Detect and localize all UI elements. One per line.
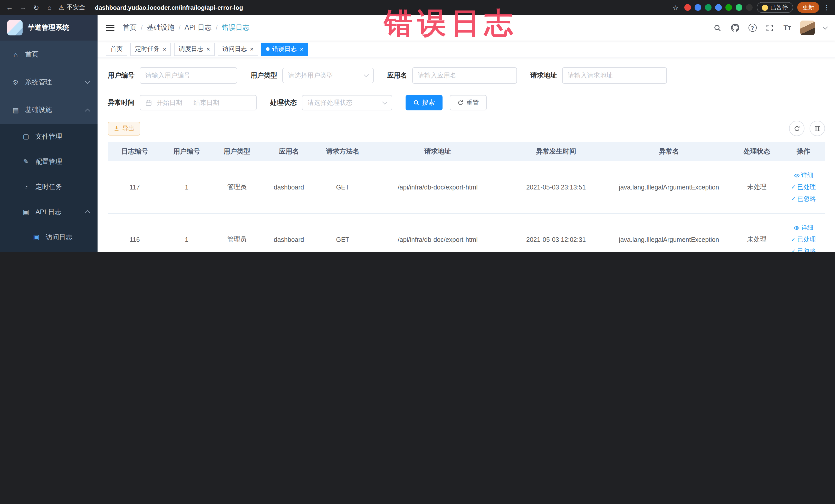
help-icon[interactable]: ? — [748, 23, 757, 32]
tab-job-log[interactable]: 调度日志 × — [174, 42, 215, 56]
sidebar-item-file-mgmt[interactable]: ▢ 文件管理 — [0, 124, 98, 149]
extension-icon[interactable] — [725, 4, 732, 11]
update-label: 更新 — [802, 4, 814, 11]
reset-button[interactable]: 重置 — [450, 95, 487, 110]
column-header: 异常名 — [606, 147, 732, 156]
breadcrumb-separator: / — [216, 24, 218, 32]
ignored-link[interactable]: ✓ 已忽略 — [791, 247, 816, 252]
back-icon[interactable]: ← — [5, 4, 14, 11]
user-id-input[interactable] — [140, 67, 237, 84]
font-size-icon[interactable]: TT — [783, 23, 792, 32]
main-area: 首页/基础设施/API 日志/错误日志 ? TT — [98, 15, 835, 252]
close-icon[interactable]: × — [206, 46, 210, 52]
check-icon: ✓ — [791, 248, 796, 252]
column-header: 用户编号 — [162, 147, 212, 156]
detail-link[interactable]: 详细 — [793, 171, 813, 180]
sidebar-item-home[interactable]: ⌂ 首页 — [0, 41, 98, 68]
extension-icon[interactable] — [715, 4, 721, 11]
sidebar-item-api-logs[interactable]: ▣ API 日志 — [0, 199, 98, 224]
extension-icon[interactable] — [694, 4, 701, 11]
search-button[interactable]: 搜索 — [406, 95, 443, 110]
tab-scheduled-jobs[interactable]: 定时任务 × — [130, 42, 171, 56]
table-body: 117 1 管理员 dashboard GET /api/infra/db-do… — [108, 161, 825, 252]
security-warning[interactable]: ⚠ 不安全 — [59, 3, 85, 12]
tab-label: 定时任务 — [135, 45, 160, 54]
cell-exception-time: 2021-05-03 12:02:31 — [506, 236, 606, 243]
chrome-menu-icon[interactable]: ⋮ — [823, 4, 830, 11]
cell-status: 未处理 — [732, 235, 782, 244]
update-chip[interactable]: 更新 — [797, 2, 819, 13]
url-text[interactable]: dashboard.yudao.iocoder.cn/infra/log/api… — [95, 4, 243, 11]
timer-icon: ◔ — [22, 183, 30, 190]
refresh-icon — [457, 100, 464, 106]
sidebar-item-scheduled-jobs[interactable]: ◔ 定时任务 — [0, 174, 98, 199]
paused-extension-pill[interactable]: 已暂停 — [756, 2, 793, 13]
app-name-field: 应用名 — [387, 67, 517, 84]
chevron-down-icon — [382, 99, 387, 104]
sidebar-item-infrastructure[interactable]: ▤ 基础设施 — [0, 96, 98, 124]
app-title: 芋道管理系统 — [28, 23, 69, 32]
chrome-right-cluster: ☆ 已暂停 更新 ⋮ — [671, 2, 830, 13]
breadcrumb-item[interactable]: 首页 — [123, 23, 137, 32]
config-icon: ✎ — [22, 158, 30, 165]
hamburger-icon[interactable] — [106, 24, 115, 31]
sidebar-item-config-mgmt[interactable]: ✎ 配置管理 — [0, 149, 98, 174]
tab-home[interactable]: 首页 — [106, 42, 127, 56]
search-icon[interactable] — [713, 23, 722, 32]
extension-icon[interactable] — [735, 4, 742, 11]
gear-icon: ⚙ — [11, 78, 20, 86]
eye-icon — [793, 225, 799, 231]
sidebar-item-label: 访问日志 — [46, 233, 73, 242]
content: 用户编号 用户类型 请选择用户类型 应用名 — [98, 58, 835, 252]
sidebar-item-label: 文件管理 — [36, 132, 62, 141]
avatar[interactable] — [800, 21, 815, 35]
home-icon[interactable]: ⌂ — [45, 4, 54, 11]
sidebar-item-system-mgmt[interactable]: ⚙ 系统管理 — [0, 68, 98, 96]
breadcrumb-item[interactable]: 基础设施 — [147, 23, 175, 32]
refresh-icon — [793, 125, 800, 132]
annotation-error-log: 错误日志 — [384, 4, 517, 43]
close-icon[interactable]: × — [300, 46, 303, 52]
cell-exception-name: java.lang.IllegalArgumentException — [606, 236, 732, 243]
request-url-input[interactable] — [562, 67, 667, 84]
start-date-placeholder: 开始日期 — [157, 98, 182, 107]
sidebar-logo[interactable]: 芋道管理系统 — [0, 15, 98, 41]
bookmark-star-icon[interactable]: ☆ — [671, 3, 680, 12]
extension-icon[interactable] — [705, 4, 711, 11]
extension-icon[interactable] — [746, 4, 752, 11]
extension-icon[interactable] — [684, 4, 691, 11]
api-log-icon: ▣ — [22, 208, 30, 216]
cell-actions: 详细 ✓ 已处理 ✓ 已忽略 — [782, 223, 825, 252]
detail-link[interactable]: 详细 — [793, 223, 813, 232]
refresh-button[interactable] — [789, 121, 805, 136]
breadcrumb-item[interactable]: API 日志 — [185, 23, 211, 32]
app-name-input[interactable] — [412, 67, 517, 84]
tab-access-log[interactable]: 访问日志 × — [218, 42, 258, 56]
sidebar-item-access-log[interactable]: ▣ 访问日志 — [0, 224, 98, 249]
date-range-picker[interactable]: 开始日期 - 结束日期 — [140, 95, 257, 110]
column-header: 应用名 — [262, 147, 316, 156]
tab-error-log[interactable]: 错误日志 × — [261, 42, 308, 56]
forward-icon[interactable]: → — [19, 4, 27, 11]
columns-icon — [814, 125, 821, 132]
sidebar-item-error-log[interactable]: ▣ 错误日志 — [0, 249, 98, 252]
columns-button[interactable] — [810, 121, 825, 136]
download-icon — [114, 125, 120, 132]
close-icon[interactable]: × — [163, 46, 166, 52]
sidebar-item-label: 基础设施 — [25, 105, 52, 115]
column-header: 请求方法名 — [316, 147, 370, 156]
fullscreen-icon[interactable] — [766, 23, 774, 32]
cell-user-id: 1 — [162, 184, 212, 191]
close-icon[interactable]: × — [250, 46, 253, 52]
chevron-down-icon[interactable] — [823, 24, 828, 29]
processed-link[interactable]: ✓ 已处理 — [791, 235, 816, 244]
export-button[interactable]: 导出 — [108, 121, 140, 135]
process-status-select[interactable]: 请选择处理状态 — [302, 95, 392, 110]
reload-icon[interactable]: ↻ — [32, 3, 41, 12]
github-icon[interactable] — [731, 23, 739, 32]
tab-label: 错误日志 — [272, 45, 297, 54]
ignored-link[interactable]: ✓ 已忽略 — [791, 195, 816, 203]
user-type-select[interactable]: 请选择用户类型 — [282, 68, 374, 83]
sidebar-menu: ⌂ 首页 ⚙ 系统管理 ▤ 基础设施 ▢ 文件管理 ✎ 配置管理 ◔ 定时任务 … — [0, 41, 98, 252]
processed-link[interactable]: ✓ 已处理 — [791, 183, 816, 191]
